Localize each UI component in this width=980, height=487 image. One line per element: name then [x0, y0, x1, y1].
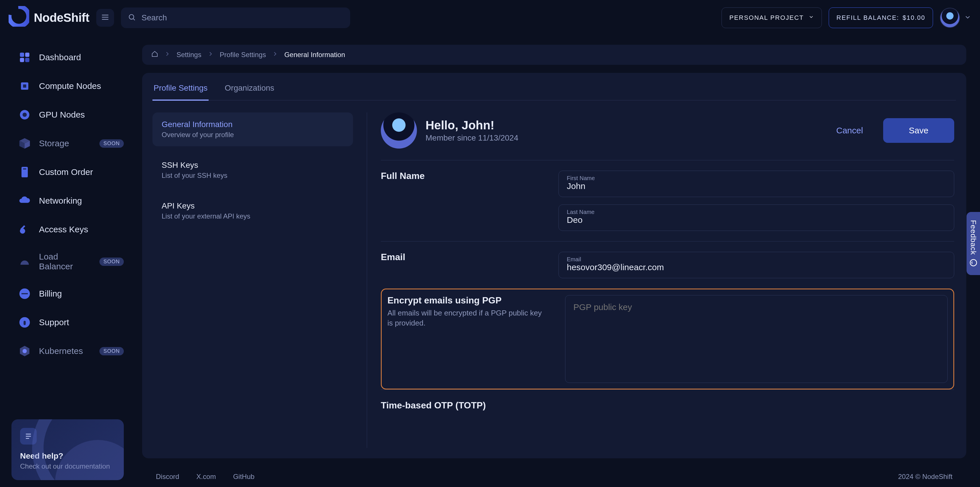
sidebar-item-custom-order[interactable]: Custom Order — [11, 158, 130, 186]
menu-toggle-button[interactable] — [96, 9, 114, 27]
feedback-label: Feedback — [969, 220, 978, 255]
pgp-textarea[interactable] — [565, 295, 947, 382]
help-subtitle: Check out our documentation — [20, 462, 115, 470]
help-card[interactable]: Need help? Check out our documentation — [11, 419, 124, 480]
refill-balance-button[interactable]: REFILL BALANCE: $10.00 — [829, 8, 933, 28]
svg-point-4 — [129, 14, 134, 19]
divider — [367, 112, 367, 448]
footer-link-discord[interactable]: Discord — [156, 473, 179, 481]
brand-name: NodeShift — [34, 11, 89, 25]
chevron-right-icon — [207, 51, 214, 59]
svg-rect-9 — [25, 58, 30, 62]
footer-copyright: 2024 © NodeShift — [898, 473, 953, 481]
sidebar-item-dashboard[interactable]: Dashboard — [11, 43, 130, 71]
svg-point-27 — [970, 260, 977, 266]
svg-rect-6 — [20, 53, 24, 57]
sidebar-item-support[interactable]: Support — [11, 308, 130, 336]
sidebar-item-compute[interactable]: Compute Nodes — [11, 72, 130, 100]
sidebar-item-label: Dashboard — [39, 53, 81, 62]
subnav-general-info[interactable]: General Information Overview of your pro… — [153, 112, 353, 146]
breadcrumb-profile-settings[interactable]: Profile Settings — [220, 51, 266, 59]
doc-icon — [20, 428, 37, 445]
brand-logo[interactable]: NodeShift — [9, 6, 89, 30]
settings-subnav: General Information Overview of your pro… — [153, 112, 353, 448]
pgp-title: Encrypt emails using PGP — [387, 295, 548, 306]
subnav-item-title: API Keys — [162, 201, 344, 211]
sidebar-item-label: Storage — [39, 139, 69, 148]
tabs: Profile Settings Organizations — [153, 73, 956, 101]
sidebar-item-storage[interactable]: Storage SOON — [11, 129, 130, 157]
search-bar[interactable] — [121, 8, 350, 28]
tab-organizations[interactable]: Organizations — [224, 83, 275, 101]
subnav-item-title: SSH Keys — [162, 161, 344, 170]
feedback-button[interactable]: Feedback — [967, 212, 980, 275]
sidebar-item-networking[interactable]: Networking — [11, 187, 130, 214]
section-label-email: Email — [381, 252, 541, 262]
sidebar-item-label: GPU Nodes — [39, 110, 85, 120]
billing-icon — [18, 287, 31, 300]
sidebar-item-label: Custom Order — [39, 167, 93, 177]
pgp-field-wrap — [565, 295, 948, 383]
tab-profile-settings[interactable]: Profile Settings — [153, 83, 208, 101]
svg-line-5 — [133, 19, 135, 20]
soon-badge: SOON — [99, 139, 124, 148]
svg-rect-7 — [25, 53, 30, 57]
subnav-item-subtitle: Overview of your profile — [162, 131, 344, 139]
support-icon — [18, 316, 31, 329]
last-name-label: Last Name — [567, 209, 595, 216]
cancel-button[interactable]: Cancel — [824, 118, 875, 143]
load-balancer-icon — [18, 255, 31, 268]
sidebar-item-label: Billing — [39, 289, 62, 299]
storage-icon — [18, 137, 31, 150]
first-name-input[interactable] — [559, 171, 954, 197]
sidebar-item-label: Support — [39, 318, 69, 327]
svg-rect-21 — [24, 321, 25, 325]
project-selector-label: PERSONAL PROJECT — [729, 14, 804, 21]
sidebar-item-access-keys[interactable]: Access Keys — [11, 216, 130, 243]
sidebar-item-billing[interactable]: Billing — [11, 280, 130, 307]
footer-link-xcom[interactable]: X.com — [196, 473, 216, 481]
sidebar-item-load-balancer[interactable]: Load Balancer SOON — [11, 244, 130, 279]
user-menu[interactable] — [940, 8, 971, 28]
svg-rect-19 — [21, 293, 28, 294]
gpu-icon — [18, 109, 31, 121]
footer-link-github[interactable]: GitHub — [233, 473, 255, 481]
subnav-api-keys[interactable]: API Keys List of your external API keys — [153, 194, 353, 228]
save-button[interactable]: Save — [883, 118, 954, 143]
sidebar-item-label: Load Balancer — [39, 252, 91, 271]
refill-label: REFILL BALANCE: — [837, 14, 899, 21]
svg-point-0 — [9, 6, 29, 27]
subnav-item-title: General Information — [162, 120, 344, 129]
profile-avatar — [381, 112, 417, 148]
search-input[interactable] — [141, 13, 343, 23]
subnav-ssh-keys[interactable]: SSH Keys List of your SSH keys — [153, 153, 353, 187]
subnav-item-subtitle: List of your SSH keys — [162, 171, 344, 180]
breadcrumb-settings[interactable]: Settings — [177, 51, 202, 59]
sidebar-item-label: Compute Nodes — [39, 81, 101, 91]
svg-point-13 — [23, 113, 27, 117]
chevron-right-icon — [164, 51, 171, 59]
section-label-full-name: Full Name — [381, 171, 541, 181]
email-input[interactable] — [559, 252, 954, 278]
user-avatar — [940, 8, 960, 28]
project-selector[interactable]: PERSONAL PROJECT — [722, 8, 822, 28]
brand-logo-icon — [9, 6, 29, 30]
email-field-wrap: Email — [558, 252, 954, 278]
sidebar-item-kubernetes[interactable]: Kubernetes SOON — [11, 337, 130, 365]
custom-order-icon — [18, 166, 31, 179]
sidebar-item-label: Networking — [39, 196, 82, 206]
soon-badge: SOON — [99, 257, 124, 266]
last-name-input[interactable] — [559, 205, 954, 231]
feedback-icon — [969, 259, 978, 267]
cpu-icon — [18, 80, 31, 93]
chevron-down-icon — [808, 14, 814, 21]
sidebar-item-gpu[interactable]: GPU Nodes — [11, 101, 130, 128]
breadcrumb: Settings Profile Settings General Inform… — [142, 45, 966, 65]
menu-icon — [101, 13, 110, 23]
subnav-item-subtitle: List of your external API keys — [162, 212, 344, 220]
svg-rect-15 — [23, 168, 26, 169]
email-label: Email — [567, 256, 581, 263]
search-icon — [128, 13, 136, 22]
breadcrumb-home[interactable] — [151, 51, 158, 59]
greeting: Hello, John! — [426, 118, 519, 132]
